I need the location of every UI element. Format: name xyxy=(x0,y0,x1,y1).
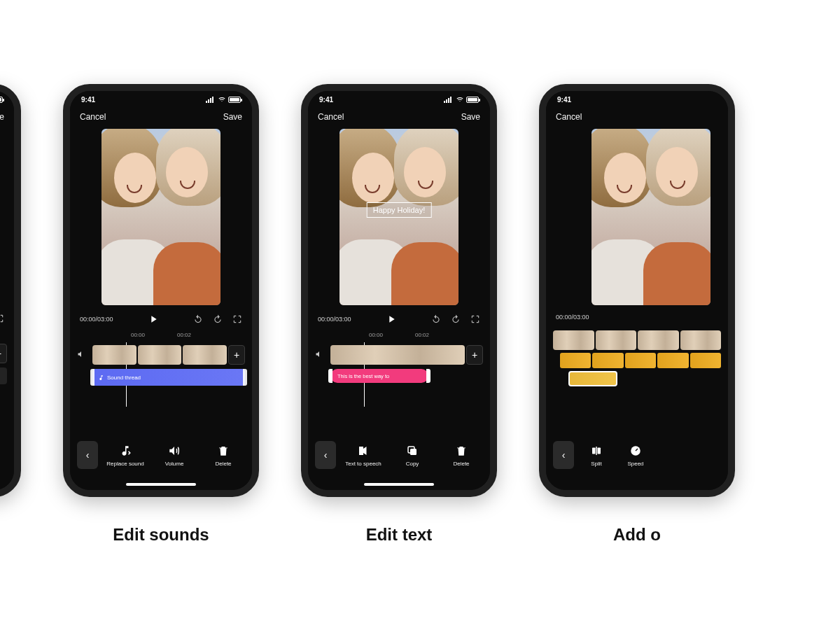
text-overlay[interactable]: Happy Holiday! xyxy=(367,202,432,218)
playback-time: 00:00/03:00 xyxy=(556,314,589,321)
tool-delete[interactable]: Delete xyxy=(202,444,245,467)
text-clip[interactable]: This is the best way to xyxy=(330,369,428,383)
caption: Edit sounds xyxy=(113,525,209,545)
home-indicator-icon xyxy=(126,483,196,486)
save-button[interactable]: Save xyxy=(0,112,4,122)
video-preview[interactable] xyxy=(102,129,220,305)
status-bar: 9:41 xyxy=(0,91,14,108)
video-clip[interactable] xyxy=(680,330,722,350)
tool-speed[interactable]: Speed xyxy=(619,444,652,467)
fullscreen-icon[interactable] xyxy=(470,314,480,324)
status-bar: 9:41 xyxy=(308,91,490,108)
timeline[interactable]: + xyxy=(0,337,14,384)
fullscreen-icon[interactable] xyxy=(232,314,242,324)
status-time: 9:41 xyxy=(319,96,333,104)
status-bar: 9:41 xyxy=(546,91,728,108)
phone-mock-4: 9:41 Cancel 00:00/03:00 xyxy=(539,84,735,497)
replace-sound-icon xyxy=(119,444,132,457)
save-button[interactable]: Save xyxy=(223,112,242,122)
status-time: 9:41 xyxy=(81,96,95,104)
caption: Add o xyxy=(613,525,661,545)
caption: Edit text xyxy=(366,525,433,545)
toolbar-back-button[interactable]: ‹ xyxy=(315,441,336,469)
status-bar: 9:41 xyxy=(70,91,252,108)
undo-icon[interactable] xyxy=(431,314,441,324)
cellular-icon xyxy=(444,96,454,103)
video-preview[interactable] xyxy=(592,129,710,305)
add-clip-button[interactable]: + xyxy=(0,344,7,363)
status-time: 9:41 xyxy=(557,96,571,104)
tool-label: Replace sound xyxy=(106,461,144,467)
tool-label: Speed xyxy=(627,461,643,467)
phone-mock-2: 9:41 Cancel Save 00:0 xyxy=(63,84,259,497)
tool-replace-sound[interactable]: Replace sound xyxy=(104,444,147,467)
toolbar-back-button[interactable]: ‹ xyxy=(553,441,574,469)
video-clip[interactable] xyxy=(638,330,679,350)
toolbar-back-button[interactable]: ‹ xyxy=(77,441,98,469)
tool-text-to-speech[interactable]: Text to speech xyxy=(342,444,385,467)
trash-icon xyxy=(455,444,468,457)
home-indicator-icon xyxy=(364,483,434,486)
time-marker: 00:00 xyxy=(369,332,383,338)
sound-clip-label: Sound thread xyxy=(107,374,141,381)
video-clip[interactable] xyxy=(183,345,227,365)
overlay-layer-track[interactable] xyxy=(560,353,721,368)
tool-overlay[interactable]: Overlay xyxy=(0,446,7,469)
svg-rect-2 xyxy=(410,449,416,455)
save-button[interactable]: Save xyxy=(461,112,480,122)
time-marker: 00:02 xyxy=(177,332,191,338)
video-preview[interactable]: Happy Holiday! xyxy=(340,129,458,305)
battery-icon xyxy=(228,97,241,103)
time-marker: 00:00 xyxy=(131,332,145,338)
redo-icon[interactable] xyxy=(451,314,461,324)
play-icon[interactable] xyxy=(386,314,397,325)
undo-icon[interactable] xyxy=(193,314,203,324)
tool-label: Split xyxy=(591,461,602,467)
video-clip[interactable] xyxy=(92,345,136,365)
timeline[interactable] xyxy=(546,323,728,386)
volume-icon[interactable] xyxy=(77,350,88,360)
tool-label: Text to speech xyxy=(345,461,382,467)
empty-track[interactable] xyxy=(0,368,7,384)
time-marker: 00:02 xyxy=(415,332,429,338)
video-clip[interactable] xyxy=(596,330,637,350)
redo-icon[interactable] xyxy=(213,314,223,324)
wifi-icon xyxy=(218,96,226,103)
video-clip[interactable] xyxy=(330,345,465,365)
tool-label: Delete xyxy=(453,461,469,467)
timeline[interactable]: + This is the best way to xyxy=(308,338,490,383)
tool-split[interactable]: Split xyxy=(580,444,613,467)
wifi-icon xyxy=(456,96,464,103)
playback-time: 00:00/03:00 xyxy=(318,316,351,323)
sound-clip[interactable]: Sound thread xyxy=(92,369,245,386)
phone-mock-3: 9:41 Cancel Save Happy Holiday! xyxy=(301,84,497,497)
cancel-button[interactable]: Cancel xyxy=(318,112,344,122)
phone-mock-1: 9:41 Save 00:00/03:00 xyxy=(0,84,21,497)
text-clip-label: This is the best way to xyxy=(337,373,389,379)
cellular-icon xyxy=(206,96,216,103)
svg-rect-5 xyxy=(598,447,601,454)
svg-rect-6 xyxy=(596,447,597,455)
tool-delete[interactable]: Delete xyxy=(440,444,483,467)
tool-label: Copy xyxy=(406,461,419,467)
fullscreen-icon[interactable] xyxy=(0,314,4,323)
cancel-button[interactable]: Cancel xyxy=(556,112,582,122)
tool-label: Delete xyxy=(215,461,231,467)
video-clip[interactable] xyxy=(138,345,182,365)
timeline[interactable]: + Sound thread xyxy=(70,338,252,386)
battery-icon xyxy=(466,97,479,103)
text-to-speech-icon xyxy=(357,444,370,457)
speed-icon xyxy=(629,444,642,457)
play-icon[interactable] xyxy=(148,314,159,325)
cancel-button[interactable]: Cancel xyxy=(80,112,106,122)
playback-time: 00:00/03:00 xyxy=(80,316,113,323)
add-clip-button[interactable]: + xyxy=(228,345,245,365)
volume-icon[interactable] xyxy=(315,350,326,360)
music-note-icon xyxy=(98,374,104,381)
overlay-clip[interactable] xyxy=(568,371,617,386)
add-clip-button[interactable]: + xyxy=(466,345,483,365)
video-clip[interactable] xyxy=(553,330,594,350)
tool-volume[interactable]: Volume xyxy=(153,444,196,467)
tool-copy[interactable]: Copy xyxy=(391,444,434,467)
tool-label: Volume xyxy=(165,461,184,467)
